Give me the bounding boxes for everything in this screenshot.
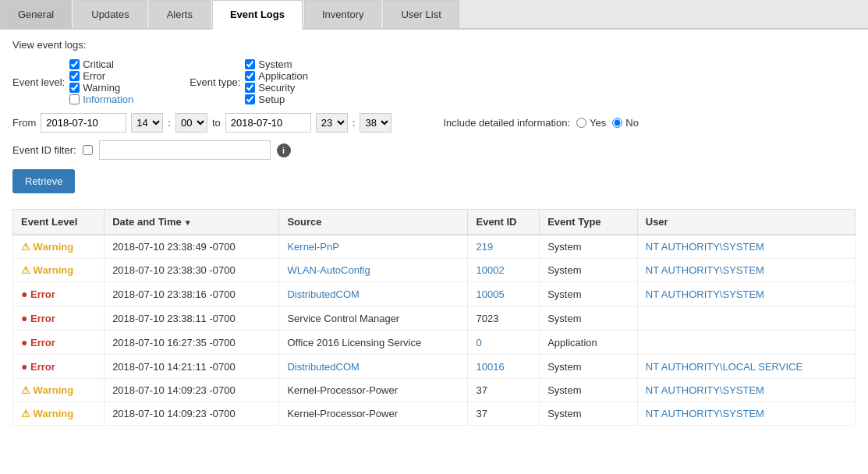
cell-level: ⚠ Warning bbox=[13, 235, 105, 259]
warning-badge[interactable]: ⚠ Warning bbox=[21, 384, 73, 396]
tab-user-list[interactable]: User List bbox=[383, 0, 459, 28]
include-no-text: No bbox=[625, 117, 639, 129]
level-warning-label[interactable]: Warning bbox=[69, 82, 133, 94]
cell-datetime: 2018-07-10 23:38:16 -0700 bbox=[105, 282, 279, 306]
warning-badge[interactable]: ⚠ Warning bbox=[21, 264, 73, 276]
event-id-link[interactable]: 219 bbox=[476, 241, 493, 253]
cell-event-id[interactable]: 10016 bbox=[468, 355, 540, 379]
from-hour-select[interactable]: 14 bbox=[131, 113, 163, 133]
cell-user[interactable]: NT AUTHORITY\SYSTEM bbox=[637, 282, 855, 306]
table-body: ⚠ Warning2018-07-10 23:38:49 -0700Kernel… bbox=[13, 235, 856, 426]
event-id-link[interactable]: 10005 bbox=[476, 288, 504, 300]
cell-event-type: Application bbox=[540, 331, 638, 355]
cell-level: ● Error bbox=[13, 331, 105, 355]
level-information-label[interactable]: Information bbox=[69, 94, 133, 105]
event-id-link[interactable]: 0 bbox=[476, 337, 481, 348]
source-link[interactable]: DistributedCOM bbox=[287, 361, 359, 373]
tab-general[interactable]: General bbox=[0, 0, 72, 28]
event-level-row: Event level: Critical Error Warning Info… bbox=[12, 58, 856, 105]
cell-event-id[interactable]: 219 bbox=[468, 235, 540, 259]
level-information-checkbox[interactable] bbox=[69, 94, 80, 104]
source-link[interactable]: DistributedCOM bbox=[287, 288, 359, 300]
table-row: ⚠ Warning2018-07-10 23:38:30 -0700WLAN-A… bbox=[13, 259, 856, 282]
col-header-event-level: Event Level bbox=[13, 210, 105, 235]
level-warning-checkbox[interactable] bbox=[69, 83, 80, 93]
type-system-checkbox[interactable] bbox=[245, 59, 255, 69]
cell-user[interactable]: NT AUTHORITY\SYSTEM bbox=[637, 235, 855, 259]
table-row: ● Error2018-07-10 23:38:11 -0700Service … bbox=[13, 306, 856, 331]
cell-event-type: System bbox=[540, 235, 638, 259]
from-min-select[interactable]: 00 bbox=[175, 113, 207, 133]
cell-event-id: 37 bbox=[468, 379, 540, 402]
type-application-label[interactable]: Application bbox=[245, 70, 308, 82]
event-id-label: Event ID filter: bbox=[12, 144, 76, 156]
type-security-checkbox[interactable] bbox=[245, 83, 255, 93]
to-hour-select[interactable]: 23 bbox=[316, 113, 348, 133]
to-min-select[interactable]: 38 bbox=[360, 113, 391, 133]
table-row: ⚠ Warning2018-07-10 14:09:23 -0700Kernel… bbox=[13, 379, 856, 402]
cell-user[interactable]: NT AUTHORITY\SYSTEM bbox=[637, 379, 855, 402]
user-link[interactable]: NT AUTHORITY\LOCAL SERVICE bbox=[646, 361, 802, 373]
include-no-label[interactable]: No bbox=[612, 117, 639, 129]
include-yes-label[interactable]: Yes bbox=[576, 117, 606, 129]
source-link[interactable]: WLAN-AutoConfig bbox=[287, 264, 370, 276]
user-link[interactable]: NT AUTHORITY\SYSTEM bbox=[646, 288, 764, 300]
type-application-checkbox[interactable] bbox=[245, 71, 255, 81]
level-critical-label[interactable]: Critical bbox=[69, 58, 133, 70]
retrieve-button[interactable]: Retrieve bbox=[12, 169, 75, 193]
level-error-text: Error bbox=[83, 70, 105, 82]
cell-event-id[interactable]: 10002 bbox=[468, 259, 540, 282]
info-icon[interactable]: i bbox=[277, 143, 291, 157]
cell-event-id[interactable]: 0 bbox=[468, 331, 540, 355]
from-date-input[interactable] bbox=[41, 113, 126, 133]
event-id-link[interactable]: 10016 bbox=[476, 361, 504, 373]
col-header-event-type: Event Type bbox=[540, 210, 638, 235]
warning-badge[interactable]: ⚠ Warning bbox=[21, 408, 73, 419]
type-system-label[interactable]: System bbox=[245, 58, 308, 70]
event-id-checkbox[interactable] bbox=[83, 145, 93, 155]
user-link[interactable]: NT AUTHORITY\SYSTEM bbox=[646, 408, 764, 419]
cell-event-type: System bbox=[540, 306, 638, 331]
user-link[interactable]: NT AUTHORITY\SYSTEM bbox=[646, 384, 764, 396]
error-badge[interactable]: ● Error bbox=[21, 313, 55, 324]
cell-event-id[interactable]: 10005 bbox=[468, 282, 540, 306]
cell-datetime: 2018-07-10 16:27:35 -0700 bbox=[105, 331, 279, 355]
level-critical-checkbox[interactable] bbox=[69, 59, 80, 69]
error-badge[interactable]: ● Error bbox=[21, 337, 55, 348]
cell-event-type: System bbox=[540, 379, 638, 402]
cell-source: Kernel-Processor-Power bbox=[279, 379, 468, 402]
user-link[interactable]: NT AUTHORITY\SYSTEM bbox=[646, 241, 764, 253]
tab-inventory[interactable]: Inventory bbox=[304, 0, 381, 28]
type-setup-label[interactable]: Setup bbox=[245, 94, 308, 105]
include-no-radio[interactable] bbox=[612, 118, 622, 128]
cell-user[interactable]: NT AUTHORITY\SYSTEM bbox=[637, 259, 855, 282]
to-date-input[interactable] bbox=[225, 113, 311, 133]
include-yes-radio[interactable] bbox=[576, 118, 586, 128]
cell-event-type: System bbox=[540, 259, 638, 282]
type-setup-checkbox[interactable] bbox=[245, 94, 255, 104]
cell-source[interactable]: DistributedCOM bbox=[279, 355, 468, 379]
event-id-link[interactable]: 10002 bbox=[476, 264, 504, 276]
error-badge[interactable]: ● Error bbox=[21, 288, 55, 300]
tab-alerts[interactable]: Alerts bbox=[149, 0, 211, 28]
source-link[interactable]: Kernel-PnP bbox=[287, 241, 338, 253]
warning-badge[interactable]: ⚠ Warning bbox=[21, 241, 73, 253]
error-badge[interactable]: ● Error bbox=[21, 361, 55, 373]
cell-source[interactable]: DistributedCOM bbox=[279, 282, 468, 306]
col-header-date-and-time[interactable]: Date and Time▼ bbox=[105, 210, 279, 235]
cell-user[interactable]: NT AUTHORITY\LOCAL SERVICE bbox=[637, 355, 855, 379]
level-error-checkbox[interactable] bbox=[69, 71, 80, 81]
cell-source[interactable]: Kernel-PnP bbox=[279, 235, 468, 259]
event-id-input[interactable] bbox=[99, 140, 271, 160]
event-type-label: Event type: bbox=[190, 76, 240, 88]
cell-user[interactable]: NT AUTHORITY\SYSTEM bbox=[637, 402, 855, 426]
level-error-label[interactable]: Error bbox=[69, 70, 133, 82]
event-id-row: Event ID filter: i bbox=[12, 140, 856, 160]
cell-user bbox=[637, 306, 855, 331]
type-security-label[interactable]: Security bbox=[245, 82, 308, 94]
cell-event-id: 37 bbox=[468, 402, 540, 426]
tab-event-logs[interactable]: Event Logs bbox=[212, 0, 303, 30]
cell-source[interactable]: WLAN-AutoConfig bbox=[279, 259, 468, 282]
tab-updates[interactable]: Updates bbox=[73, 0, 147, 28]
user-link[interactable]: NT AUTHORITY\SYSTEM bbox=[646, 264, 764, 276]
